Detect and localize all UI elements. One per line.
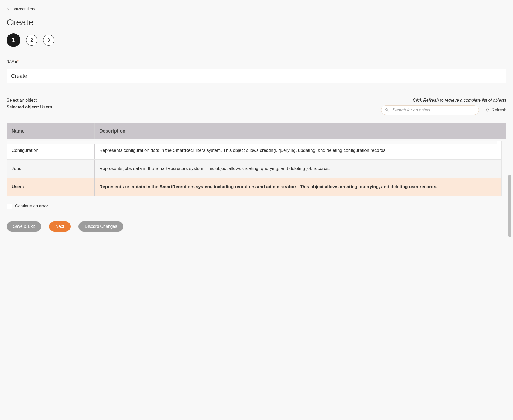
search-wrap: [381, 105, 479, 115]
selected-object-value: Users: [40, 105, 52, 109]
name-label-text: NAME: [7, 59, 17, 63]
table-header-row: Name Description: [7, 123, 506, 139]
th-description: Description: [95, 123, 506, 139]
page-title: Create: [7, 17, 506, 27]
step-connector: [37, 40, 43, 40]
refresh-hint-post: to retrieve a complete list of objects: [439, 98, 506, 102]
th-name: Name: [7, 123, 95, 139]
table-row[interactable]: Jobs Represents jobs data in the SmartRe…: [7, 160, 501, 178]
cell-name: Configuration: [7, 141, 95, 159]
refresh-hint-bold: Refresh: [423, 98, 439, 102]
refresh-icon: [485, 108, 489, 112]
step-connector: [20, 40, 26, 40]
cell-description: Represents configuration data in the Sma…: [95, 141, 501, 159]
selected-object-label: Selected object: Users: [7, 105, 52, 110]
refresh-label: Refresh: [492, 108, 506, 112]
cell-description: Represents user data in the SmartRecruit…: [95, 178, 501, 196]
continue-on-error-checkbox[interactable]: [7, 204, 12, 209]
cell-name: Users: [7, 178, 95, 196]
name-label: NAME*: [7, 59, 19, 63]
next-button[interactable]: Next: [49, 221, 71, 232]
continue-on-error-row[interactable]: Continue on error: [7, 204, 506, 209]
save-and-exit-button[interactable]: Save & Exit: [7, 221, 41, 232]
table-body: Configuration Represents configuration d…: [7, 141, 502, 196]
object-header: Select an object Selected object: Users …: [7, 98, 506, 115]
object-search-input[interactable]: [381, 105, 479, 115]
scrollbar-track[interactable]: [507, 160, 511, 196]
continue-on-error-label: Continue on error: [15, 204, 48, 209]
stepper: 1 2 3: [7, 33, 506, 47]
step-2[interactable]: 2: [26, 35, 37, 46]
breadcrumb-link[interactable]: SmartRecruiters: [7, 7, 35, 11]
step-1[interactable]: 1: [7, 33, 20, 47]
scrollbar-thumb[interactable]: [508, 175, 511, 237]
selected-object-prefix: Selected object:: [7, 105, 40, 109]
search-icon: [385, 108, 389, 112]
refresh-button[interactable]: Refresh: [485, 108, 506, 112]
select-object-hint: Select an object: [7, 98, 52, 103]
table-row[interactable]: Configuration Represents configuration d…: [7, 141, 501, 160]
required-indicator: *: [17, 59, 19, 63]
step-3[interactable]: 3: [43, 35, 54, 46]
name-input[interactable]: [7, 69, 506, 83]
cell-description: Represents jobs data in the SmartRecruit…: [95, 160, 501, 178]
button-row: Save & Exit Next Discard Changes: [7, 221, 506, 232]
table-row[interactable]: Users Represents user data in the SmartR…: [7, 178, 501, 196]
name-field-group: NAME*: [7, 59, 506, 83]
cell-name: Jobs: [7, 160, 95, 178]
refresh-hint-pre: Click: [413, 98, 423, 102]
discard-changes-button[interactable]: Discard Changes: [78, 221, 124, 232]
object-table: Name Description Configuration Represent…: [7, 123, 506, 196]
refresh-hint: Click Refresh to retrieve a complete lis…: [413, 98, 506, 103]
